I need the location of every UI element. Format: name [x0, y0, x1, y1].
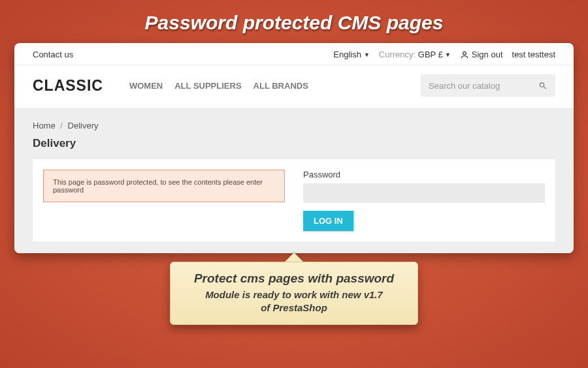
main-nav: WOMEN ALL SUPPLIERS ALL BRANDS: [129, 81, 308, 91]
password-input[interactable]: [303, 183, 545, 203]
search-box[interactable]: [421, 74, 555, 97]
content-panel: This page is password protected, to see …: [33, 159, 555, 241]
page-title: Delivery: [33, 137, 555, 150]
username-link[interactable]: test testtest: [512, 50, 555, 59]
signout-label: Sign out: [472, 50, 503, 59]
currency-label: Currency:: [379, 50, 416, 59]
search-input[interactable]: [429, 81, 538, 91]
breadcrumb-home[interactable]: Home: [33, 121, 56, 130]
callout-line2: of PrestaShop: [261, 302, 327, 313]
currency-selector[interactable]: Currency: GBP £ ▼: [379, 50, 451, 59]
app-window: Contact us English ▼ Currency: GBP £ ▼ S…: [14, 43, 574, 253]
contact-link[interactable]: Contact us: [33, 50, 73, 59]
header-row: CLASSIC WOMEN ALL SUPPLIERS ALL BRANDS: [14, 65, 574, 108]
chevron-down-icon: ▼: [445, 52, 451, 58]
search-icon[interactable]: [538, 81, 547, 91]
nav-all-brands[interactable]: ALL BRANDS: [253, 81, 308, 91]
top-bar: Contact us English ▼ Currency: GBP £ ▼ S…: [14, 43, 574, 65]
nav-women[interactable]: WOMEN: [129, 81, 163, 91]
callout-pointer-wrap: [0, 253, 588, 262]
callout-pointer: [285, 253, 303, 262]
callout-line1: Module is ready to work with new v1.7: [205, 289, 383, 300]
svg-point-0: [463, 52, 466, 55]
callout-title: Protect cms pages with password: [182, 271, 406, 286]
breadcrumb-current: Delivery: [68, 121, 99, 130]
language-label: English: [333, 50, 361, 59]
nav-all-suppliers[interactable]: ALL SUPPLIERS: [174, 81, 241, 91]
login-form: Password LOG IN: [303, 170, 545, 231]
promo-callout: Protect cms pages with password Module i…: [170, 262, 418, 325]
breadcrumb: Home / Delivery: [33, 118, 555, 137]
password-label: Password: [303, 170, 545, 179]
language-selector[interactable]: English ▼: [333, 50, 370, 59]
currency-value: GBP £: [418, 50, 443, 59]
password-alert: This page is password protected, to see …: [43, 170, 285, 202]
chevron-down-icon: ▼: [364, 52, 370, 58]
login-button[interactable]: LOG IN: [303, 211, 353, 231]
breadcrumb-separator: /: [60, 121, 63, 130]
content-area: Home / Delivery Delivery This page is pa…: [14, 108, 574, 253]
hero-title: Password protected CMS pages: [0, 0, 588, 43]
signout-link[interactable]: Sign out: [460, 50, 503, 59]
user-icon: [460, 50, 469, 59]
site-logo[interactable]: CLASSIC: [33, 77, 103, 95]
